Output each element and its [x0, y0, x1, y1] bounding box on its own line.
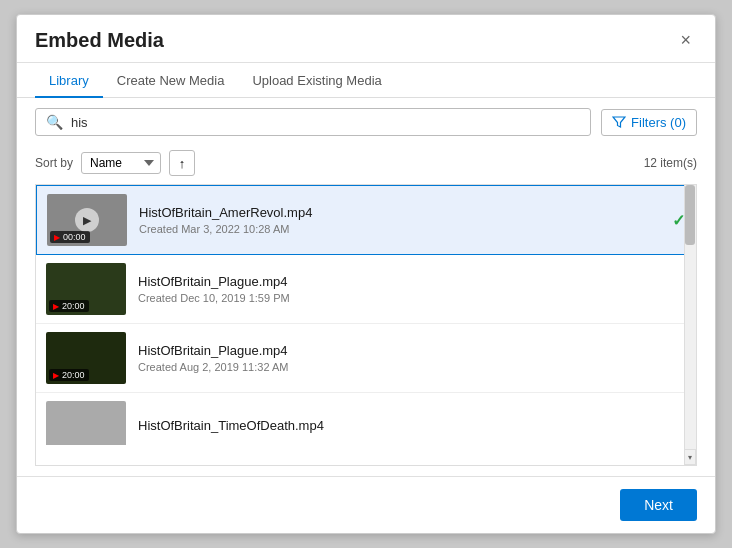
dialog-footer: Next: [17, 476, 715, 533]
filter-icon: [612, 115, 626, 129]
duration: 20:00: [62, 301, 85, 311]
next-button[interactable]: Next: [620, 489, 697, 521]
close-button[interactable]: ×: [674, 29, 697, 51]
search-box: 🔍: [35, 108, 591, 136]
duration: 20:00: [62, 370, 85, 380]
item-name: HistOfBritain_Plague.mp4: [138, 274, 686, 289]
list-item[interactable]: ▶ ▶ 00:00 HistOfBritain_AmerRevol.mp4 Cr…: [36, 185, 696, 255]
list-item[interactable]: HistOfBritain_TimeOfDeath.mp4: [36, 393, 696, 445]
media-list-scroll[interactable]: ▶ ▶ 00:00 HistOfBritain_AmerRevol.mp4 Cr…: [36, 185, 696, 445]
tab-create-new[interactable]: Create New Media: [103, 63, 239, 98]
search-input[interactable]: [71, 115, 580, 130]
thumb-badge: ▶ 00:00: [50, 231, 90, 243]
list-item[interactable]: ▶ 20:00 HistOfBritain_Plague.mp4 Created…: [36, 324, 696, 393]
play-icon: ▶: [75, 208, 99, 232]
filter-label: Filters (0): [631, 115, 686, 130]
tab-bar: Library Create New Media Upload Existing…: [17, 63, 715, 98]
filter-button[interactable]: Filters (0): [601, 109, 697, 136]
sort-select[interactable]: Name Date Size: [81, 152, 161, 174]
sort-asc-icon: ↑: [179, 156, 186, 171]
dialog-header: Embed Media ×: [17, 15, 715, 63]
scroll-down-arrow[interactable]: ▾: [684, 449, 696, 465]
item-info: HistOfBritain_Plague.mp4 Created Aug 2, …: [138, 343, 686, 373]
scrollbar-thumb[interactable]: [685, 185, 695, 245]
embed-media-dialog: Embed Media × Library Create New Media U…: [16, 14, 716, 534]
tab-upload-existing[interactable]: Upload Existing Media: [238, 63, 395, 98]
item-count: 12 item(s): [644, 156, 697, 170]
item-name: HistOfBritain_Plague.mp4: [138, 343, 686, 358]
item-info: HistOfBritain_TimeOfDeath.mp4: [138, 418, 686, 436]
sort-bar: Sort by Name Date Size ↑ 12 item(s): [17, 146, 715, 184]
item-info: HistOfBritain_AmerRevol.mp4 Created Mar …: [139, 205, 660, 235]
item-date: Created Aug 2, 2019 11:32 AM: [138, 361, 686, 373]
toolbar: 🔍 Filters (0): [17, 98, 715, 146]
youtube-icon: ▶: [53, 371, 59, 380]
media-list-container: ▶ ▶ 00:00 HistOfBritain_AmerRevol.mp4 Cr…: [35, 184, 697, 466]
dialog-title: Embed Media: [35, 29, 164, 52]
sort-label: Sort by: [35, 156, 73, 170]
thumbnail: [46, 401, 126, 445]
search-icon: 🔍: [46, 114, 63, 130]
item-name: HistOfBritain_TimeOfDeath.mp4: [138, 418, 686, 433]
item-date: Created Dec 10, 2019 1:59 PM: [138, 292, 686, 304]
item-name: HistOfBritain_AmerRevol.mp4: [139, 205, 660, 220]
tab-library[interactable]: Library: [35, 63, 103, 98]
duration: 00:00: [63, 232, 86, 242]
thumb-badge: ▶ 20:00: [49, 300, 89, 312]
youtube-icon: ▶: [54, 233, 60, 242]
item-info: HistOfBritain_Plague.mp4 Created Dec 10,…: [138, 274, 686, 304]
youtube-icon: ▶: [53, 302, 59, 311]
thumbnail: ▶ ▶ 00:00: [47, 194, 127, 246]
list-item[interactable]: ▶ 20:00 HistOfBritain_Plague.mp4 Created…: [36, 255, 696, 324]
item-date: Created Mar 3, 2022 10:28 AM: [139, 223, 660, 235]
scrollbar-track: ▾: [684, 185, 696, 465]
sort-asc-button[interactable]: ↑: [169, 150, 195, 176]
thumb-badge: ▶ 20:00: [49, 369, 89, 381]
thumbnail: ▶ 20:00: [46, 263, 126, 315]
thumbnail: ▶ 20:00: [46, 332, 126, 384]
